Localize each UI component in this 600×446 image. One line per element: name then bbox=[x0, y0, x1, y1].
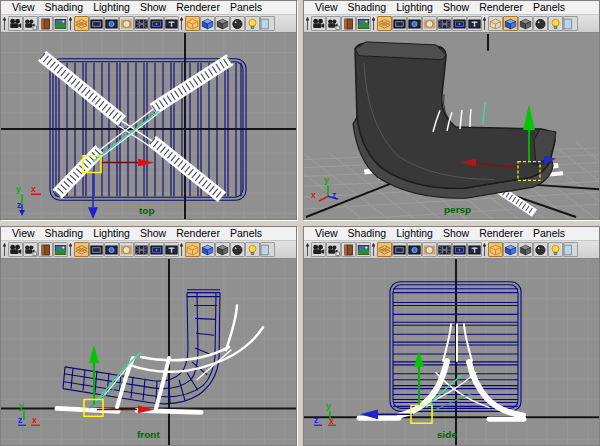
safe-title-icon[interactable] bbox=[164, 16, 179, 31]
film-gate-icon[interactable] bbox=[392, 16, 407, 31]
partial-icon[interactable] bbox=[563, 16, 578, 31]
textured-icon[interactable] bbox=[533, 242, 548, 257]
grid-icon[interactable] bbox=[74, 16, 89, 31]
gate-mask-icon[interactable] bbox=[119, 242, 134, 257]
menu-panels[interactable]: Panels bbox=[225, 227, 267, 240]
lights-icon[interactable] bbox=[245, 16, 260, 31]
film-gate-icon[interactable] bbox=[89, 242, 104, 257]
viewport-canvas-side[interactable]: y z x side bbox=[304, 259, 599, 445]
menu-renderer[interactable]: Renderer bbox=[171, 1, 225, 14]
image-plane-icon[interactable] bbox=[356, 242, 371, 257]
grid-icon[interactable] bbox=[377, 242, 392, 257]
image-plane-icon[interactable] bbox=[53, 16, 68, 31]
menu-panels[interactable]: Panels bbox=[225, 1, 267, 14]
menu-lighting[interactable]: Lighting bbox=[88, 1, 135, 14]
menu-view[interactable]: View bbox=[310, 1, 343, 14]
viewport-canvas-front[interactable]: y z x front bbox=[1, 259, 296, 445]
lights-icon[interactable] bbox=[245, 242, 260, 257]
menu-renderer[interactable]: Renderer bbox=[474, 1, 528, 14]
viewport-canvas-top[interactable]: y x z top bbox=[1, 33, 296, 219]
film-gate-icon[interactable] bbox=[392, 242, 407, 257]
menu-view[interactable]: View bbox=[310, 227, 343, 240]
image-plane-icon[interactable] bbox=[53, 242, 68, 257]
grid-icon[interactable] bbox=[74, 242, 89, 257]
safe-title-icon[interactable] bbox=[467, 242, 482, 257]
bookmarks-icon[interactable] bbox=[341, 242, 356, 257]
camera-attributes-icon[interactable] bbox=[326, 16, 341, 31]
menu-view[interactable]: View bbox=[7, 1, 40, 14]
flat-shade-icon[interactable] bbox=[215, 16, 230, 31]
menu-renderer[interactable]: Renderer bbox=[171, 227, 225, 240]
field-chart-icon[interactable] bbox=[437, 242, 452, 257]
resolution-gate-icon[interactable] bbox=[104, 16, 119, 31]
safe-action-icon[interactable] bbox=[149, 242, 164, 257]
safe-action-icon[interactable] bbox=[452, 16, 467, 31]
menu-lighting[interactable]: Lighting bbox=[391, 1, 438, 14]
gate-mask-icon[interactable] bbox=[422, 16, 437, 31]
gate-mask-icon[interactable] bbox=[119, 16, 134, 31]
camera-attributes-icon[interactable] bbox=[23, 242, 38, 257]
gate-mask-icon[interactable] bbox=[422, 242, 437, 257]
select-camera-icon[interactable] bbox=[8, 16, 23, 31]
menu-lighting[interactable]: Lighting bbox=[88, 227, 135, 240]
menu-panels[interactable]: Panels bbox=[528, 1, 570, 14]
wireframe-icon[interactable] bbox=[185, 16, 200, 31]
menu-show[interactable]: Show bbox=[438, 1, 474, 14]
bookmarks-icon[interactable] bbox=[38, 242, 53, 257]
safe-action-icon[interactable] bbox=[452, 242, 467, 257]
menu-shading[interactable]: Shading bbox=[40, 1, 89, 14]
image-plane-icon[interactable] bbox=[356, 16, 371, 31]
flat-shade-icon[interactable] bbox=[518, 242, 533, 257]
partial-icon[interactable] bbox=[260, 242, 275, 257]
viewport-canvas-persp[interactable]: y x z persp bbox=[304, 33, 599, 219]
select-camera-icon[interactable] bbox=[311, 242, 326, 257]
resolution-gate-icon[interactable] bbox=[407, 16, 422, 31]
safe-title-icon[interactable] bbox=[467, 16, 482, 31]
menu-renderer[interactable]: Renderer bbox=[474, 227, 528, 240]
safe-action-icon[interactable] bbox=[149, 16, 164, 31]
menu-show[interactable]: Show bbox=[135, 227, 171, 240]
camera-attributes-icon[interactable] bbox=[326, 242, 341, 257]
partial-icon[interactable] bbox=[563, 242, 578, 257]
resolution-gate-icon[interactable] bbox=[104, 242, 119, 257]
menu-shading[interactable]: Shading bbox=[343, 1, 392, 14]
menu-shading[interactable]: Shading bbox=[343, 227, 392, 240]
smooth-shade-icon[interactable] bbox=[503, 16, 518, 31]
menu-show[interactable]: Show bbox=[135, 1, 171, 14]
wireframe-icon[interactable] bbox=[185, 242, 200, 257]
smooth-shade-icon[interactable] bbox=[200, 242, 215, 257]
lights-icon[interactable] bbox=[548, 242, 563, 257]
side-view-scene: y z x side bbox=[304, 259, 599, 445]
field-chart-icon[interactable] bbox=[134, 242, 149, 257]
smooth-shade-icon[interactable] bbox=[200, 16, 215, 31]
menu-lighting[interactable]: Lighting bbox=[391, 227, 438, 240]
menu-view[interactable]: View bbox=[7, 227, 40, 240]
film-gate-icon[interactable] bbox=[89, 16, 104, 31]
camera-attributes-icon[interactable] bbox=[23, 16, 38, 31]
view-label: side bbox=[437, 429, 457, 440]
select-camera-icon[interactable] bbox=[311, 16, 326, 31]
smooth-shade-icon[interactable] bbox=[503, 242, 518, 257]
grid-icon[interactable] bbox=[377, 16, 392, 31]
field-chart-icon[interactable] bbox=[134, 16, 149, 31]
menu-show[interactable]: Show bbox=[438, 227, 474, 240]
lights-icon[interactable] bbox=[548, 16, 563, 31]
flat-shade-icon[interactable] bbox=[518, 16, 533, 31]
textured-icon[interactable] bbox=[533, 16, 548, 31]
textured-icon[interactable] bbox=[230, 16, 245, 31]
wireframe-icon[interactable] bbox=[488, 16, 503, 31]
menu-panels[interactable]: Panels bbox=[528, 227, 570, 240]
resolution-gate-icon[interactable] bbox=[407, 242, 422, 257]
bookmarks-icon[interactable] bbox=[341, 16, 356, 31]
toolbar-separator bbox=[68, 16, 74, 31]
bookmarks-icon[interactable] bbox=[38, 16, 53, 31]
safe-title-icon[interactable] bbox=[164, 242, 179, 257]
textured-icon[interactable] bbox=[230, 242, 245, 257]
select-camera-icon[interactable] bbox=[8, 242, 23, 257]
flat-shade-icon[interactable] bbox=[215, 242, 230, 257]
menu-shading[interactable]: Shading bbox=[40, 227, 89, 240]
partial-icon[interactable] bbox=[260, 16, 275, 31]
field-chart-icon[interactable] bbox=[437, 16, 452, 31]
gizmo-y-label: y bbox=[326, 401, 331, 411]
wireframe-icon[interactable] bbox=[488, 242, 503, 257]
